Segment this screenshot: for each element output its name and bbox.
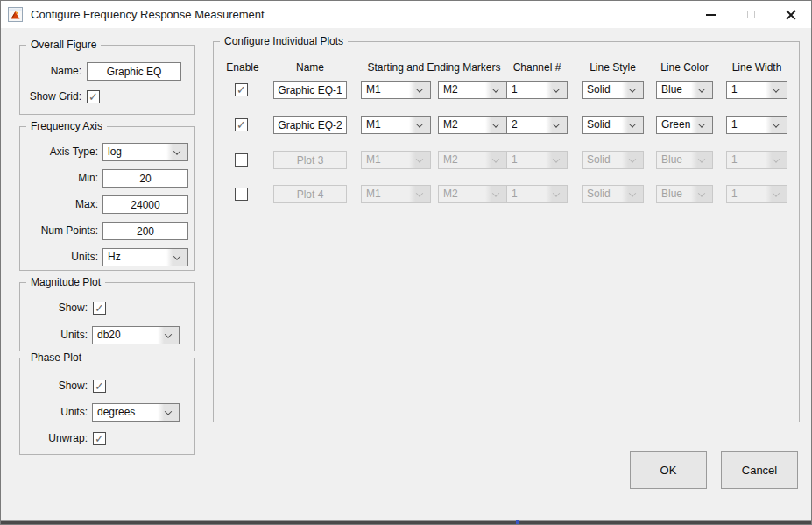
chevron-down-icon <box>485 186 506 202</box>
plot3-channel-dropdown: 1 <box>506 151 568 169</box>
plot2-name-field[interactable] <box>273 116 347 134</box>
phase-units-dropdown[interactable]: degrees <box>92 403 180 422</box>
max-field[interactable] <box>102 195 188 214</box>
chevron-down-icon <box>166 144 187 160</box>
plot4-channel-dropdown: 1 <box>506 185 568 203</box>
ok-button[interactable]: OK <box>630 451 707 489</box>
figure-name-label: Name: <box>20 62 81 81</box>
chevron-down-icon <box>409 186 430 202</box>
magnitude-units-label: Units: <box>20 326 88 344</box>
phase-units-value: degrees <box>97 404 135 421</box>
freq-units-value: Hz <box>108 249 121 266</box>
plot1-line-style-value: Solid <box>587 82 611 98</box>
plot4-end-marker-dropdown: M2 <box>438 185 507 203</box>
plot3-line-style-dropdown: Solid <box>582 151 644 169</box>
figure-name-field[interactable] <box>87 62 181 81</box>
chevron-down-icon <box>691 186 712 202</box>
window-controls <box>690 1 811 28</box>
plot1-line-color-dropdown[interactable]: Blue <box>656 81 713 99</box>
plot4-channel-value: 1 <box>512 186 518 202</box>
chevron-down-icon <box>622 186 643 202</box>
plot1-name-field[interactable] <box>273 81 347 99</box>
plot4-end-marker-value: M2 <box>443 186 458 202</box>
minimize-button[interactable] <box>690 1 731 28</box>
plot2-line-color-dropdown[interactable]: Green <box>656 116 713 134</box>
plot1-line-width-dropdown[interactable]: 1 <box>726 81 787 99</box>
plot2-line-style-value: Solid <box>587 117 611 133</box>
chevron-down-icon <box>166 249 187 266</box>
unwrap-label: Unwrap: <box>20 429 88 448</box>
unwrap-checkbox[interactable] <box>93 432 106 445</box>
max-label: Max: <box>20 195 98 214</box>
phase-show-checkbox[interactable] <box>93 380 106 393</box>
axis-type-dropdown[interactable]: log <box>102 143 188 161</box>
plot4-line-color-dropdown: Blue <box>656 185 713 203</box>
close-button[interactable] <box>771 1 811 28</box>
phase-units-label: Units: <box>20 403 88 422</box>
plot3-line-width-value: 1 <box>731 152 738 168</box>
maximize-button <box>731 1 771 28</box>
plot3-line-style-value: Solid <box>587 152 611 168</box>
channel-column-header: Channel # <box>506 61 568 74</box>
plot3-line-color-value: Blue <box>661 152 682 168</box>
plot2-start-marker-dropdown[interactable]: M1 <box>361 116 431 134</box>
magnitude-plot-group: Magnitude Plot Show: Units: db20 <box>19 282 195 351</box>
chevron-down-icon <box>158 327 179 344</box>
num-points-field[interactable] <box>102 222 188 240</box>
chevron-down-icon <box>691 117 712 133</box>
line-style-column-header: Line Style <box>578 61 647 74</box>
chevron-down-icon <box>622 117 643 133</box>
plot2-enable-checkbox[interactable] <box>235 118 248 131</box>
magnitude-units-value: db20 <box>97 327 121 344</box>
desktop-edge-marker <box>516 520 519 524</box>
overall-figure-group: Overall Figure Name: Show Grid: <box>19 45 195 115</box>
plot2-line-width-dropdown[interactable]: 1 <box>726 116 787 134</box>
show-grid-checkbox[interactable] <box>87 90 100 103</box>
plot-row-3: M1 M2 1 Solid Blue <box>214 151 799 169</box>
close-icon <box>786 10 796 20</box>
plot1-start-marker-dropdown[interactable]: M1 <box>361 81 431 99</box>
min-label: Min: <box>20 169 98 188</box>
plot2-line-style-dropdown[interactable]: Solid <box>582 116 644 134</box>
markers-column-header: Starting and Ending Markers <box>361 61 507 74</box>
freq-units-dropdown[interactable]: Hz <box>102 248 188 266</box>
plot2-end-marker-dropdown[interactable]: M2 <box>438 116 507 134</box>
plot1-enable-checkbox[interactable] <box>235 83 248 96</box>
titlebar: Configure Frequency Response Measurement <box>1 1 811 28</box>
individual-plots-group-title: Configure Individual Plots <box>220 35 348 47</box>
matlab-app-icon <box>8 7 23 22</box>
plot1-channel-dropdown[interactable]: 1 <box>506 81 568 99</box>
line-width-column-header: Line Width <box>723 61 791 74</box>
chevron-down-icon <box>409 152 430 168</box>
cancel-button[interactable]: Cancel <box>721 451 798 489</box>
plot1-line-style-dropdown[interactable]: Solid <box>582 81 644 99</box>
plot4-start-marker-value: M1 <box>366 186 381 202</box>
show-grid-label: Show Grid: <box>20 88 81 106</box>
magnitude-show-checkbox[interactable] <box>93 302 106 315</box>
plot3-enable-checkbox[interactable] <box>235 153 248 167</box>
plot4-line-width-value: 1 <box>731 186 738 202</box>
plot1-end-marker-dropdown[interactable]: M2 <box>438 81 507 99</box>
dialog-body: Overall Figure Name: Show Grid: Frequenc… <box>1 28 811 524</box>
plot3-start-marker-dropdown: M1 <box>361 151 431 169</box>
name-column-header: Name <box>273 61 347 74</box>
dialog-window: Configure Frequency Response Measurement… <box>0 0 812 525</box>
min-field[interactable] <box>102 169 188 188</box>
axis-type-label: Axis Type: <box>20 143 98 161</box>
chevron-down-icon <box>485 82 506 98</box>
chevron-down-icon <box>691 82 712 98</box>
phase-plot-group-title: Phase Plot <box>26 351 86 364</box>
plot4-line-color-value: Blue <box>661 186 682 202</box>
plot2-line-color-value: Green <box>661 117 690 133</box>
magnitude-units-dropdown[interactable]: db20 <box>92 326 180 344</box>
plot-row-2: M1 M2 2 Solid Green <box>214 116 799 134</box>
plot1-line-color-value: Blue <box>661 82 682 98</box>
chevron-down-icon <box>546 152 567 168</box>
plot1-end-marker-value: M2 <box>443 82 458 98</box>
overall-figure-group-title: Overall Figure <box>26 39 101 51</box>
axis-type-value: log <box>108 144 122 160</box>
plot2-channel-dropdown[interactable]: 2 <box>506 116 568 134</box>
plot4-enable-checkbox[interactable] <box>235 188 248 201</box>
frequency-axis-group-title: Frequency Axis <box>26 120 107 132</box>
frequency-axis-group: Frequency Axis Axis Type: log Min: Max: … <box>19 126 195 271</box>
